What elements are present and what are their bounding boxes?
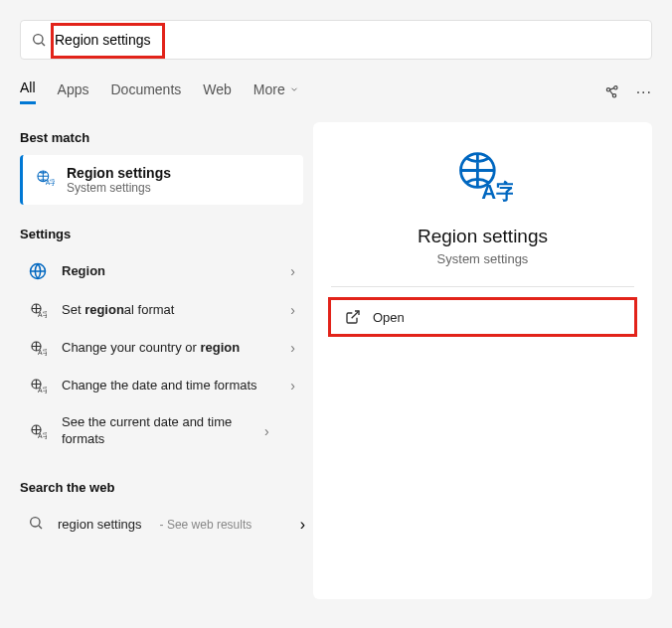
best-match-item[interactable]: A字 Region settings System settings — [20, 155, 303, 205]
best-match-subtitle: System settings — [67, 181, 171, 195]
settings-label: Set regional format — [62, 302, 276, 319]
search-bar[interactable] — [20, 20, 652, 60]
language-icon: A字 — [28, 301, 48, 319]
tab-more[interactable]: More — [253, 81, 299, 103]
settings-label: Change the date and time formats — [62, 378, 276, 394]
search-web-query: region settings — [58, 517, 142, 532]
svg-text:A字: A字 — [481, 180, 513, 203]
svg-line-22 — [352, 311, 359, 318]
share-icon[interactable] — [604, 84, 620, 100]
svg-line-19 — [39, 526, 42, 529]
settings-label: See the current date and time formats — [62, 414, 251, 448]
region-settings-icon: A字 — [35, 168, 55, 192]
preview-title: Region settings — [313, 226, 652, 247]
more-options-icon[interactable]: ··· — [636, 83, 652, 101]
chevron-down-icon — [289, 84, 299, 94]
settings-item-datetime-formats[interactable]: A字 Change the date and time formats › — [20, 367, 303, 404]
svg-point-18 — [31, 517, 40, 526]
search-web-hint: - See web results — [160, 518, 252, 532]
search-web-header: Search the web — [20, 472, 313, 505]
search-input[interactable] — [55, 32, 641, 48]
chevron-right-icon: › — [290, 302, 295, 318]
chevron-right-icon: › — [290, 340, 295, 356]
svg-line-5 — [609, 87, 613, 89]
best-match-title: Region settings — [67, 165, 171, 181]
results-panel: Best match A字 Region settings System set… — [0, 122, 313, 599]
language-icon: A字 — [28, 339, 48, 357]
settings-label: Region — [62, 263, 276, 280]
open-link-icon — [345, 309, 361, 325]
open-action-label: Open — [373, 310, 405, 325]
preview-icon: A字 — [313, 148, 652, 208]
best-match-header: Best match — [20, 122, 313, 155]
chevron-right-icon: › — [264, 423, 269, 439]
settings-item-current-datetime[interactable]: A字 See the current date and time formats… — [20, 404, 303, 458]
chevron-right-icon: › — [290, 263, 295, 279]
language-icon: A字 — [28, 422, 48, 440]
search-web-item[interactable]: region settings - See web results › — [20, 505, 313, 545]
tabs-bar: All Apps Documents Web More ··· — [0, 79, 672, 104]
open-action[interactable]: Open — [331, 299, 634, 335]
svg-text:A字: A字 — [46, 179, 55, 186]
settings-item-region[interactable]: Region › — [20, 251, 303, 291]
svg-line-1 — [42, 43, 45, 46]
svg-text:A字: A字 — [38, 387, 47, 393]
tab-documents[interactable]: Documents — [110, 81, 181, 103]
svg-point-0 — [34, 35, 43, 44]
search-icon — [28, 515, 44, 535]
svg-text:A字: A字 — [38, 349, 47, 356]
preview-panel: A字 Region settings System settings Open — [313, 122, 652, 599]
divider — [331, 286, 634, 287]
settings-item-country[interactable]: A字 Change your country or region › — [20, 329, 303, 367]
svg-text:A字: A字 — [38, 432, 47, 439]
tab-web[interactable]: Web — [203, 81, 232, 103]
search-icon — [31, 32, 47, 48]
svg-line-6 — [609, 90, 612, 94]
preview-subtitle: System settings — [313, 251, 652, 266]
settings-header: Settings — [20, 219, 303, 251]
tab-apps[interactable]: Apps — [58, 81, 89, 103]
svg-text:A字: A字 — [38, 311, 47, 318]
svg-point-3 — [613, 85, 616, 88]
settings-label: Change your country or region — [62, 340, 276, 357]
tab-all[interactable]: All — [20, 79, 36, 104]
language-icon: A字 — [28, 377, 48, 394]
settings-item-regional-format[interactable]: A字 Set regional format › — [20, 291, 303, 329]
globe-icon — [28, 261, 48, 281]
chevron-right-icon: › — [300, 516, 305, 534]
chevron-right-icon: › — [290, 378, 295, 393]
